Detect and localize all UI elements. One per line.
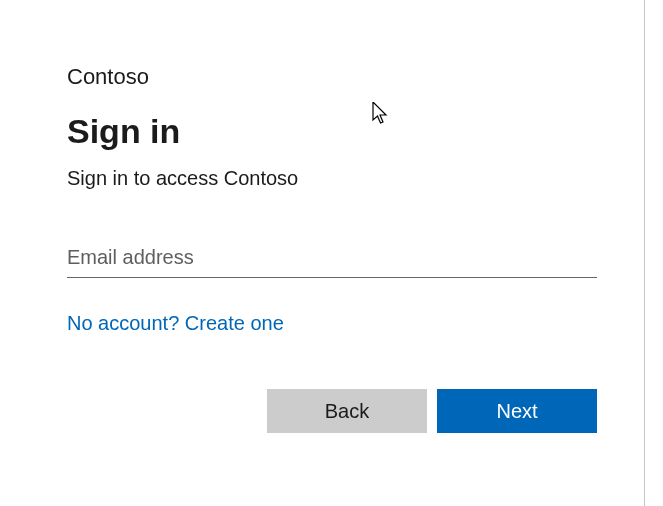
signin-dialog: Contoso Sign in Sign in to access Contos… [67,64,597,433]
vertical-divider [644,0,645,506]
create-account-link[interactable]: No account? Create one [67,312,284,335]
button-row: Back Next [67,389,597,433]
back-button[interactable]: Back [267,389,427,433]
email-field[interactable] [67,242,597,278]
page-title: Sign in [67,112,597,151]
company-name: Contoso [67,64,597,90]
page-subtitle: Sign in to access Contoso [67,167,597,190]
next-button[interactable]: Next [437,389,597,433]
